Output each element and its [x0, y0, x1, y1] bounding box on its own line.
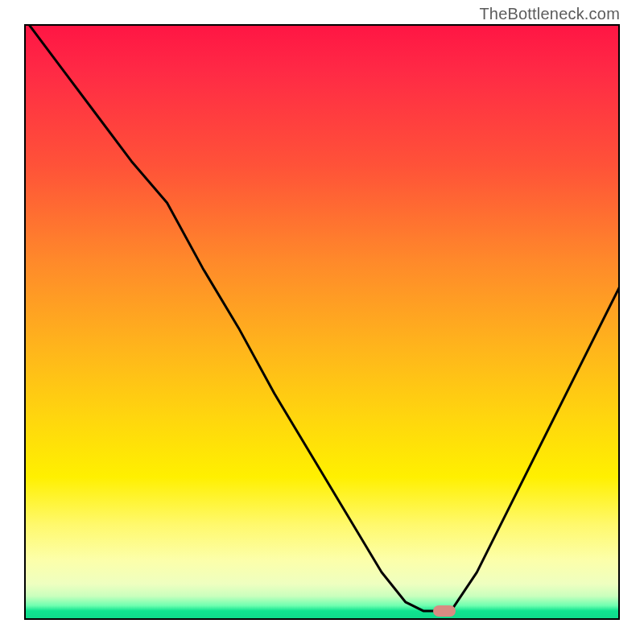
plot-area [24, 24, 620, 620]
chart-container: { "watermark": "TheBottleneck.com", "cha… [0, 0, 644, 644]
watermark: TheBottleneck.com [479, 5, 620, 23]
optimal-marker [433, 605, 456, 617]
